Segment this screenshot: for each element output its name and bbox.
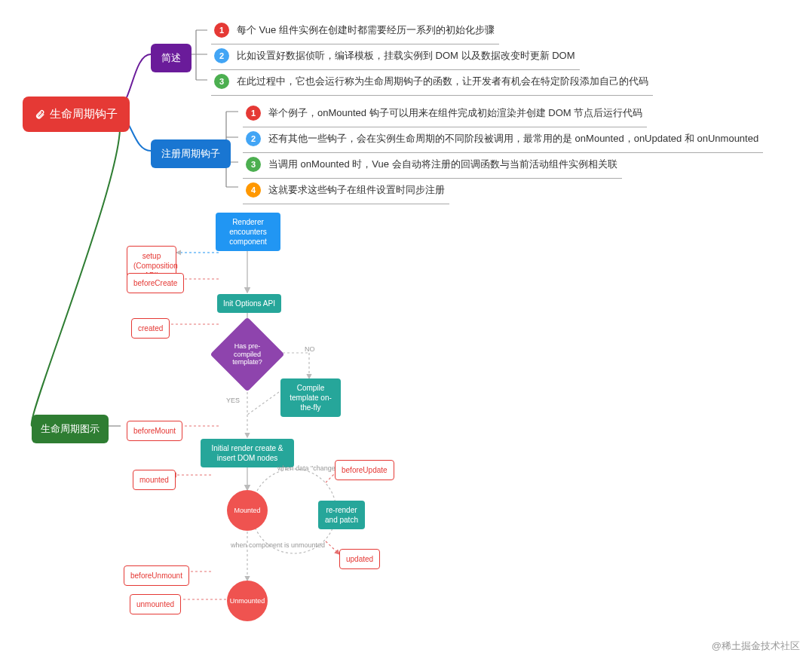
flow-decision: Has pre-compiled template?	[221, 328, 274, 381]
node-diagram[interactable]: 生命周期图示	[32, 415, 109, 443]
label-yes: YES	[226, 397, 240, 404]
register-item-1: 1举个例子，onMounted 钩子可以用来在组件完成初始渲染并创建 DOM 节…	[243, 103, 647, 127]
label-no: NO	[305, 345, 315, 353]
label-whenunmount: when component is unmounted	[231, 541, 325, 549]
svg-line-8	[247, 392, 279, 415]
node-summary[interactable]: 简述	[151, 44, 192, 72]
node-register[interactable]: 注册周期钩子	[151, 139, 231, 168]
flow-unmounted-hook: unmounted	[130, 594, 181, 614]
flow-initoptions: Init Options API	[217, 294, 281, 313]
svg-line-14	[326, 541, 339, 554]
flow-compile: Compile template on-the-fly	[280, 378, 341, 417]
flow-created: created	[131, 318, 170, 339]
root-label: 生命周期钩子	[50, 107, 118, 121]
register-item-4: 4这就要求这些钩子在组件设置时同步注册	[243, 179, 449, 204]
flow-beforeupdate: beforeUpdate	[335, 460, 394, 480]
flow-beforemount: beforeMount	[127, 421, 182, 441]
flow-updated: updated	[339, 549, 380, 569]
lifecycle-flowchart: Renderer encounters component setup (Com…	[121, 211, 437, 641]
summary-item-3: 3在此过程中，它也会运行称为生命周期钩子的函数，让开发者有机会在特定阶段添加自己…	[211, 71, 653, 96]
flow-mounted-state: Mounted	[227, 490, 268, 531]
flow-mounted-hook: mounted	[133, 470, 176, 490]
flow-beforecreate: beforeCreate	[127, 273, 184, 293]
flow-renderer: Renderer encounters component	[216, 213, 280, 251]
root-node[interactable]: 生命周期钩子	[23, 97, 130, 132]
summary-item-2: 2比如设置好数据侦听，编译模板，挂载实例到 DOM 以及数据改变时更新 DOM	[211, 45, 580, 70]
register-item-3: 3当调用 onMounted 时，Vue 会自动将注册的回调函数与当前活动组件实…	[243, 154, 622, 179]
flow-beforeunmount: beforeUnmount	[124, 565, 189, 586]
register-item-2: 2还有其他一些钩子，会在实例生命周期的不同阶段被调用，最常用的是 onMount…	[243, 128, 763, 153]
flow-unmounted-state: Unmounted	[227, 581, 268, 621]
summary-item-1: 1每个 Vue 组件实例在创建时都需要经历一系列的初始化步骤	[211, 20, 499, 44]
paperclip-icon	[35, 109, 45, 120]
flow-rerender: re-render and patch	[318, 501, 365, 529]
flow-initialrender: Initial render create & insert DOM nodes	[201, 439, 294, 467]
watermark: @稀土掘金技术社区	[712, 639, 800, 653]
label-whendata: when data "changes"	[277, 464, 341, 472]
